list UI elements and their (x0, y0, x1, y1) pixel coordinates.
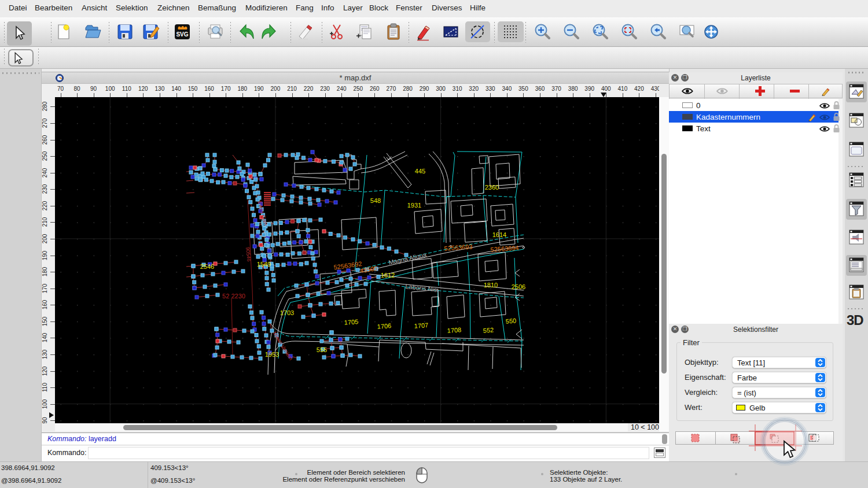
svg-text:2546: 2546 (200, 263, 214, 270)
svg-text:1706: 1706 (377, 322, 391, 330)
svg-text:2360: 2360 (485, 184, 499, 191)
svg-text:550: 550 (505, 317, 516, 324)
svg-text:1703: 1703 (280, 309, 294, 316)
svg-text:1612: 1612 (381, 272, 395, 279)
svg-text:1549: 1549 (257, 261, 271, 268)
svg-text:1614: 1614 (492, 231, 506, 238)
svg-text:1931: 1931 (407, 202, 421, 209)
svg-text:552: 552 (483, 326, 494, 334)
svg-text:1707: 1707 (414, 321, 428, 330)
svg-text:1708: 1708 (447, 326, 461, 334)
svg-text:1953: 1953 (265, 351, 279, 358)
svg-text:548: 548 (370, 197, 381, 204)
svg-text:1705: 1705 (344, 318, 358, 326)
svg-text:555: 555 (317, 346, 327, 353)
svg-text:52 2230: 52 2230 (222, 293, 245, 300)
svg-text:1810: 1810 (484, 282, 498, 289)
svg-text:SVG: SVG (176, 31, 188, 38)
svg-text:445: 445 (415, 168, 425, 175)
svg-text:2506: 2506 (512, 283, 525, 290)
